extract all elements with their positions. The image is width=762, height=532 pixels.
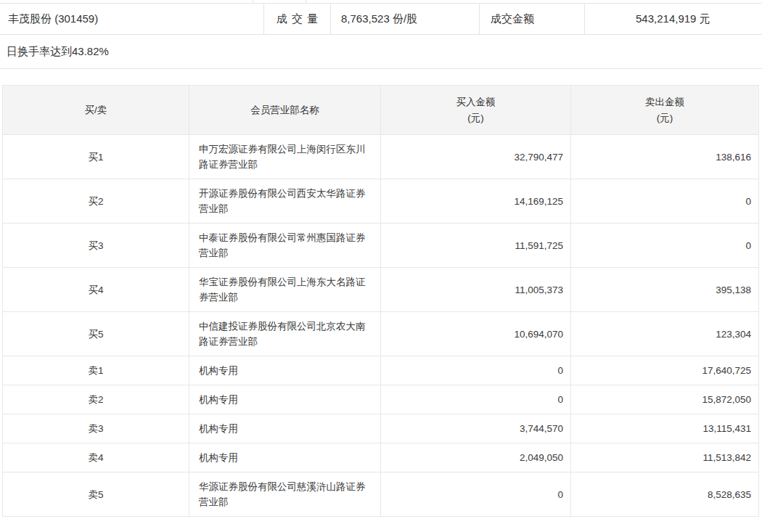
cell-side: 买3 [3,224,189,268]
cell-side: 卖3 [3,414,189,443]
cell-side: 卖4 [3,443,189,472]
cell-buy-amount: 11,005,373 [381,268,571,312]
cell-branch-name: 开源证券股份有限公司西安太华路证券营业部 [189,179,381,224]
cell-side: 卖2 [3,385,189,414]
cell-sell-amount: 395,138 [571,268,759,312]
broker-seats-table: 买/卖 会员营业部名称 买入金额 (元) 卖出金额 (元) 买1 申万宏源证券有… [2,85,759,517]
table-row: 买1 申万宏源证券有限公司上海闵行区东川路证券营业部 32,790,477 13… [3,135,759,179]
table-row: 卖4 机构专用 2,049,050 11,513,842 [3,443,759,472]
table-row: 卖2 机构专用 0 15,872,050 [3,385,759,414]
cell-buy-amount: 0 [381,385,571,414]
cell-sell-amount: 138,616 [571,135,759,179]
cell-side: 买2 [3,179,189,224]
cell-buy-amount: 32,790,477 [381,135,571,179]
cell-buy-amount: 11,591,725 [381,224,571,268]
table-row: 卖1 机构专用 0 17,640,725 [3,356,759,385]
amount-value: 543,214,919 元 [584,4,762,34]
cell-side: 卖1 [3,356,189,385]
volume-value: 8,763,523 份/股 [330,4,479,34]
col-header-side: 买/卖 [3,86,189,135]
table-row: 买3 中泰证券股份有限公司常州惠国路证券营业部 11,591,725 0 [3,224,759,268]
table-body: 买1 申万宏源证券有限公司上海闵行区东川路证券营业部 32,790,477 13… [3,135,759,517]
sell-header-line1: 卖出金额 [571,94,758,110]
divider [306,0,306,4]
divider [253,0,253,4]
stock-detail-page: 丰茂股份 (301459) 成交量 8,763,523 份/股 成交金额 543… [0,0,762,532]
cell-branch-name: 中信建投证券股份有限公司北京农大南路证券营业部 [189,312,381,356]
cell-buy-amount: 0 [381,356,571,385]
table-row: 买5 中信建投证券股份有限公司北京农大南路证券营业部 10,694,070 12… [3,312,759,356]
amount-label: 成交金额 [479,4,584,34]
cell-buy-amount: 3,744,570 [381,414,571,443]
cell-buy-amount: 10,694,070 [381,312,571,356]
stock-title: 丰茂股份 (301459) [0,4,263,34]
cell-sell-amount: 0 [571,224,759,268]
col-header-branch: 会员营业部名称 [189,86,381,135]
table-row: 卖3 机构专用 3,744,570 13,115,431 [3,414,759,443]
buy-header-line1: 买入金额 [381,94,570,110]
cell-branch-name: 机构专用 [189,356,381,385]
cell-side: 卖5 [3,472,189,517]
cell-sell-amount: 17,640,725 [571,356,759,385]
cell-sell-amount: 13,115,431 [571,414,759,443]
cell-branch-name: 机构专用 [189,443,381,472]
summary-bar: 丰茂股份 (301459) 成交量 8,763,523 份/股 成交金额 543… [0,4,762,35]
cell-sell-amount: 15,872,050 [571,385,759,414]
cell-sell-amount: 123,304 [571,312,759,356]
cell-sell-amount: 0 [571,179,759,224]
table-row: 买4 华宝证券股份有限公司上海东大名路证券营业部 11,005,373 395,… [3,268,759,312]
buy-header-line2: (元) [381,110,570,126]
cell-buy-amount: 2,049,050 [381,443,571,472]
col-header-buy: 买入金额 (元) [381,86,571,135]
broker-seats-section: 买/卖 会员营业部名称 买入金额 (元) 卖出金额 (元) 买1 申万宏源证券有… [2,85,758,517]
cell-buy-amount: 14,169,125 [381,179,571,224]
table-row: 买2 开源证券股份有限公司西安太华路证券营业部 14,169,125 0 [3,179,759,224]
table-header-row: 买/卖 会员营业部名称 买入金额 (元) 卖出金额 (元) [3,86,759,135]
cell-sell-amount: 11,513,842 [571,443,759,472]
cell-branch-name: 华宝证券股份有限公司上海东大名路证券营业部 [189,268,381,312]
cell-branch-name: 申万宏源证券有限公司上海闵行区东川路证券营业部 [189,135,381,179]
turnover-note: 日换手率达到43.82% [0,35,762,69]
table-row: 卖5 华源证券股份有限公司慈溪浒山路证券营业部 0 8,528,635 [3,472,759,517]
cell-side: 买4 [3,268,189,312]
volume-label: 成交量 [263,4,330,34]
cell-side: 买1 [3,135,189,179]
cell-buy-amount: 0 [381,472,571,517]
cell-branch-name: 华源证券股份有限公司慈溪浒山路证券营业部 [189,472,381,517]
cell-sell-amount: 8,528,635 [571,472,759,517]
cell-side: 买5 [3,312,189,356]
cell-branch-name: 中泰证券股份有限公司常州惠国路证券营业部 [189,224,381,268]
sell-header-line2: (元) [571,110,758,126]
cropped-row-fragment [0,0,762,4]
col-header-sell: 卖出金额 (元) [571,86,759,135]
cell-branch-name: 机构专用 [189,414,381,443]
cell-branch-name: 机构专用 [189,385,381,414]
